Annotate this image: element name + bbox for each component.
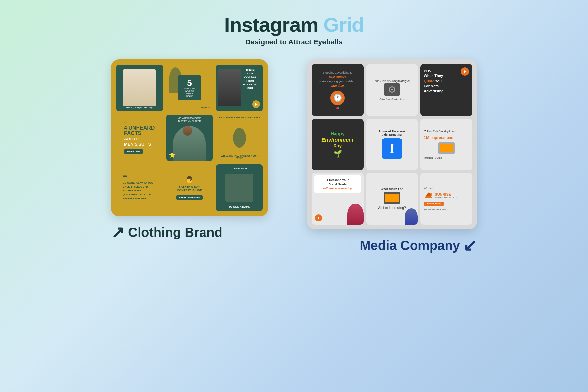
number-5: 5 <box>187 78 192 88</box>
left-section: YOU CAN NEVER GO WRONG WITH WHITE 5 DIFF… <box>111 59 268 242</box>
adfilm-content: What makes an Ad film interesting? <box>366 173 418 225</box>
shirt-figure <box>225 174 253 202</box>
media-company-label: Media Company <box>360 238 460 253</box>
arrow-right-media: ↙ <box>463 236 477 255</box>
media-cell-storytelling: The Role of Storytelling in Effective Ra… <box>366 64 418 116</box>
person-silhouette <box>405 208 418 225</box>
adfilm-bottom: Ad film interesting? <box>378 205 406 211</box>
person-body <box>347 204 364 225</box>
media-cell-environment: Happy Environment Day 🌱 <box>312 119 364 171</box>
svg-point-2 <box>430 193 432 196</box>
suit-bottom-text: WRONG WITH WHITE <box>116 107 163 109</box>
how-brand-text: ❝❝ How This Brand got over <box>424 130 469 133</box>
pov-play-button[interactable] <box>461 67 469 76</box>
sunrise-logo-row: SUNRISE ADVERTISING PVT. LTD. <box>424 192 457 199</box>
media-cell-facebook: Power of FacebookAds Targeting f <box>366 119 418 171</box>
fb-letter: f <box>390 142 394 155</box>
unheard-text: 4 UNHEARDFACTS <box>124 125 155 136</box>
influencer-play-btn[interactable] <box>315 214 322 221</box>
grid-cell-man: ME WHEN SOMEONEDIRTIES MY BLAZER ⭐ <box>166 115 213 161</box>
influencer-content: 4 Reasons YourBrand Needs Influencer Mar… <box>312 173 364 225</box>
clothing-label-section: ↗ Clothing Brand <box>111 223 268 242</box>
storytelling-content: The Role of Storytelling in Effective Ra… <box>366 64 418 116</box>
fb-icon-box: f <box>382 138 402 159</box>
fathers-title: FATHER'S DAYCONTEST IS LIVE <box>177 185 202 192</box>
play-triangle <box>464 70 466 73</box>
grid-cell-fathers: 👨 FATHER'S DAYCONTEST IS LIVE PARTICIPAT… <box>166 164 213 211</box>
yoga-bottom: WHILE WE TAKE CARE OF YOUR STYLE <box>216 155 263 159</box>
know-more-text: Know more in caption ∨ <box>424 208 448 211</box>
quote-text: BE CAREFUL WHO YOU CALL 'FRIENDS'. I'D R… <box>123 181 156 201</box>
monitor-icon <box>384 192 400 204</box>
quote-marks: ❝❝ <box>123 175 156 180</box>
play-tri <box>318 217 320 219</box>
radio-dot <box>391 89 393 90</box>
yoga-figure <box>233 128 246 148</box>
media-cell-influencer: 4 Reasons YourBrand Needs Influencer Mar… <box>312 173 364 225</box>
radio-speaker <box>389 86 395 93</box>
blingy-top: TOO BLINGY <box>216 167 263 170</box>
media-grid-inner: Stopping advertising to save money is li… <box>312 64 472 225</box>
tv-ads-text: through TV Ads <box>424 156 469 159</box>
save-money-text: save money <box>329 75 346 78</box>
influencer-title: 4 Reasons YourBrand Needs Influencer Mar… <box>317 178 358 190</box>
swipe-left-badge[interactable]: SWIPE LEFT <box>124 149 143 154</box>
plant-icon: 🌱 <box>333 150 342 158</box>
grid-cell-5ways: 5 DIFFERENTWAYS TOSTYLE ABLAZER Swipe → <box>166 65 213 111</box>
megaphone-icon: 📣 <box>336 106 339 109</box>
clothing-grid: YOU CAN NEVER GO WRONG WITH WHITE 5 DIFF… <box>111 59 268 216</box>
env-content: Happy Environment Day 🌱 <box>312 119 364 171</box>
four-label: ❝❝ <box>124 122 155 125</box>
media-grid: Stopping advertising to save money is li… <box>307 59 477 229</box>
we-are-text: We Are <box>424 187 433 190</box>
man-silhouette <box>169 67 182 93</box>
swipe-text: Swipe → <box>201 106 210 109</box>
sunrise-name: SUNRISE <box>435 192 457 196</box>
mustache-icon: 👨 <box>185 176 193 184</box>
star-icon: ⭐ <box>169 152 175 158</box>
adfilm-text: What makes an <box>380 187 403 192</box>
pov-quote: Quote <box>424 79 434 83</box>
suit-figure <box>123 69 156 106</box>
fb-content: Power of FacebookAds Targeting f <box>366 119 418 171</box>
adfilm-person <box>405 208 418 225</box>
quote-content: ❝❝ BE CAREFUL WHO YOU CALL 'FRIENDS'. I'… <box>120 172 160 204</box>
participate-button[interactable]: PARTICIPATE NOW <box>176 195 203 200</box>
sunrise-content: We Are SUNRISE ADVERTISING PVT. LTD. <box>420 173 472 225</box>
brand-content: ❝❝ How This Brand got over 1M Impression… <box>420 119 472 171</box>
since-badge: Since 1989 <box>424 202 444 206</box>
grid-cell-4facts: ❝❝ 4 UNHEARDFACTS ABOUTMEN'S SUITS SWIPE… <box>116 115 163 161</box>
grid-cell-journey: THIS ISOURJOURNEYFROMFABRIC TOSUIT <box>216 65 263 111</box>
tv-screen <box>440 144 453 152</box>
influencer-highlight: Influencer Marketing <box>323 187 352 190</box>
title-highlight: Grid <box>323 13 364 36</box>
clock-icon: 🕐 <box>330 91 345 105</box>
page-header: Instagram Grid Designed to Attract Eyeba… <box>0 0 588 46</box>
environment-text: Environment <box>321 137 353 143</box>
fb-strong: Facebook <box>392 130 405 133</box>
media-cell-pov: POV:When TheyQuote YouFor MetaAdvertisin… <box>420 64 472 116</box>
journey-text: THIS ISOURJOURNEYFROMFABRIC TOSUIT <box>240 68 261 90</box>
day-text: Day <box>333 143 342 148</box>
influencer-person <box>347 204 364 225</box>
sunrise-mountain-icon <box>424 192 433 199</box>
radio-icon <box>384 83 400 96</box>
grids-container: YOU CAN NEVER GO WRONG WITH WHITE 5 DIFF… <box>0 50 588 265</box>
save-time-text: save time. <box>331 84 345 87</box>
media-cell-sunrise: We Are SUNRISE ADVERTISING PVT. LTD. <box>420 173 472 225</box>
grid-cell-suit: YOU CAN NEVER GO WRONG WITH WHITE <box>116 65 163 111</box>
influencer-box: 4 Reasons YourBrand Needs Influencer Mar… <box>314 175 361 193</box>
grid-cell-quote: ❝❝ BE CAREFUL WHO YOU CALL 'FRIENDS'. I'… <box>116 164 163 211</box>
yoga-top: YOGA TAKES CARE OF YOUR SHAPE <box>216 116 263 119</box>
clothing-grid-inner: YOU CAN NEVER GO WRONG WITH WHITE 5 DIFF… <box>116 65 263 211</box>
man-caption: ME WHEN SOMEONEDIRTIES MY BLAZER <box>168 117 212 123</box>
blingy-bottom: TO GIVE A DAMN <box>229 205 250 208</box>
play-button[interactable] <box>252 100 260 108</box>
grid-cell-yoga: YOGA TAKES CARE OF YOUR SHAPE WHILE WE T… <box>216 115 263 161</box>
arrow-left-clothing: ↗ <box>111 223 125 242</box>
storytelling-strong: Storytelling <box>390 79 407 83</box>
screen-inner <box>385 194 399 202</box>
happy-text: Happy <box>331 131 345 137</box>
jacket-figure <box>218 69 241 106</box>
media-cell-stopping: Stopping advertising to save money is li… <box>312 64 364 116</box>
